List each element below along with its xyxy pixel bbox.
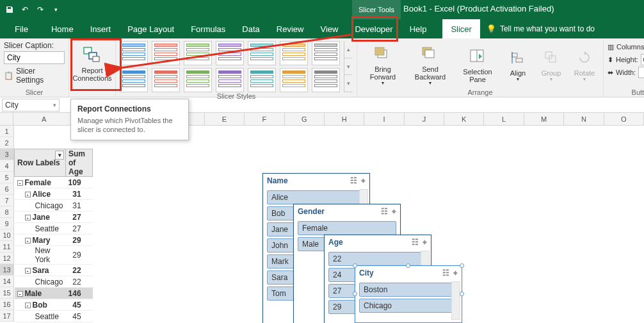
tell-me[interactable]: 💡 Tell me what you want to do <box>487 24 595 33</box>
selection-pane-button[interactable]: Selection Pane <box>456 42 499 87</box>
redo-icon[interactable]: ↷ <box>36 5 45 14</box>
height-input[interactable] <box>641 54 644 65</box>
slicer-style-thumb[interactable] <box>312 68 340 92</box>
tab-slicer[interactable]: Slicer <box>442 19 480 38</box>
row-header-10[interactable]: 10 <box>0 229 13 241</box>
clear-filter-icon[interactable]: ⌖ <box>361 176 366 185</box>
slicer-style-thumb[interactable] <box>120 68 148 92</box>
table-row[interactable]: New York29 <box>15 246 93 265</box>
slicer-item[interactable]: Boston <box>359 283 458 297</box>
resize-handle[interactable] <box>353 292 357 296</box>
slicer-style-thumb[interactable] <box>120 41 148 65</box>
table-row[interactable]: -Female109 <box>15 177 93 188</box>
row-header-7[interactable]: 7 <box>0 195 13 206</box>
align-button[interactable]: Align▾ <box>503 42 533 87</box>
slicer-style-thumb[interactable] <box>280 41 308 65</box>
col-header-E[interactable]: E <box>205 113 245 125</box>
slicer-style-thumb[interactable] <box>184 41 212 65</box>
row-header-15[interactable]: 15 <box>0 287 13 299</box>
resize-handle[interactable] <box>460 263 464 268</box>
table-row[interactable]: Seattle45 <box>15 311 93 322</box>
row-header-4[interactable]: 4 <box>0 160 13 172</box>
row-header-2[interactable]: 2 <box>0 137 13 149</box>
tab-home[interactable]: Home <box>43 19 82 38</box>
qat-more-icon[interactable]: ▾ <box>51 5 60 14</box>
tab-data[interactable]: Data <box>234 19 268 38</box>
resize-handle[interactable] <box>406 263 410 268</box>
row-header-17[interactable]: 17 <box>0 310 13 322</box>
tab-view[interactable]: View <box>312 19 346 38</box>
table-row[interactable]: -Bob45 <box>15 299 93 311</box>
slicer-style-thumb[interactable] <box>184 68 212 92</box>
width-input[interactable] <box>638 67 644 78</box>
filter-dropdown-icon[interactable]: ▾ <box>55 151 64 160</box>
resize-handle[interactable] <box>460 292 464 296</box>
slicer-style-thumb[interactable] <box>248 68 276 92</box>
slicer-style-thumb[interactable] <box>152 68 180 92</box>
col-header-G[interactable]: G <box>285 113 325 125</box>
select-all-corner[interactable] <box>0 113 13 125</box>
resize-handle[interactable] <box>353 263 357 268</box>
table-row[interactable]: -Alice31 <box>15 188 93 200</box>
slicer-style-thumb[interactable] <box>216 41 244 65</box>
table-row[interactable]: -Male146 <box>15 288 93 299</box>
table-row[interactable]: Seattle27 <box>15 223 93 235</box>
table-row[interactable]: -Mary29 <box>15 235 93 246</box>
slicer-city[interactable]: City☷⌖ BostonChicago <box>355 265 462 323</box>
styles-scroll[interactable]: ▴▾▾ <box>344 41 353 92</box>
tab-review[interactable]: Review <box>268 19 312 38</box>
multiselect-icon[interactable]: ☷ <box>381 207 388 216</box>
tab-file[interactable]: File <box>6 19 36 38</box>
multiselect-icon[interactable]: ☷ <box>350 176 357 185</box>
tab-help[interactable]: Help <box>401 19 435 38</box>
col-header-A[interactable]: A <box>13 113 75 125</box>
row-header-8[interactable]: 8 <box>0 206 13 218</box>
send-backward-button[interactable]: Send Backward▾ <box>408 42 452 87</box>
col-header-I[interactable]: I <box>364 113 404 125</box>
slicer-style-thumb[interactable] <box>280 68 308 92</box>
clear-filter-icon[interactable]: ⌖ <box>392 207 396 216</box>
col-header-N[interactable]: N <box>564 113 604 125</box>
row-header-1[interactable]: 1 <box>0 126 13 137</box>
slicer-style-thumb[interactable] <box>312 41 340 65</box>
table-row[interactable]: Chicago31 <box>15 200 93 211</box>
row-header-14[interactable]: 14 <box>0 276 13 287</box>
tab-page-layout[interactable]: Page Layout <box>119 19 182 38</box>
name-box[interactable]: City▾ <box>2 99 60 112</box>
col-header-L[interactable]: L <box>484 113 524 125</box>
table-row[interactable]: -Jane27 <box>15 211 93 223</box>
row-header-11[interactable]: 11 <box>0 241 13 253</box>
col-header-F[interactable]: F <box>245 113 284 125</box>
table-row[interactable]: -Sara22 <box>15 265 93 276</box>
tab-developer[interactable]: Developer <box>346 19 401 38</box>
row-header-12[interactable]: 12 <box>0 253 13 264</box>
col-header-M[interactable]: M <box>524 113 564 125</box>
row-header-5[interactable]: 5 <box>0 172 13 183</box>
undo-icon[interactable]: ↶ <box>20 5 29 14</box>
table-row[interactable]: Chicago22 <box>15 276 93 288</box>
report-connections-button[interactable]: Report Connections <box>70 41 114 86</box>
slicer-caption-input[interactable] <box>4 51 65 64</box>
multiselect-icon[interactable]: ☷ <box>442 269 449 277</box>
slicer-style-thumb[interactable] <box>152 41 180 65</box>
multiselect-icon[interactable]: ☷ <box>412 238 419 247</box>
save-icon[interactable] <box>5 5 14 14</box>
row-header-9[interactable]: 9 <box>0 218 13 229</box>
slicer-item[interactable]: Female <box>298 221 396 235</box>
slicer-item[interactable]: 22 <box>328 252 427 266</box>
row-header-3[interactable]: 3 <box>0 149 13 160</box>
tab-insert[interactable]: Insert <box>82 19 120 38</box>
tab-formulas[interactable]: Formulas <box>182 19 234 38</box>
col-header-O[interactable]: O <box>604 113 644 125</box>
slicer-settings-button[interactable]: 📋 Slicer Settings <box>4 67 65 85</box>
bring-forward-button[interactable]: Bring Forward▾ <box>361 42 405 87</box>
clear-filter-icon[interactable]: ⌖ <box>453 269 458 277</box>
clear-filter-icon[interactable]: ⌖ <box>423 238 427 247</box>
col-header-J[interactable]: J <box>405 113 444 125</box>
slicer-item[interactable]: Alice <box>267 190 366 204</box>
col-header-H[interactable]: H <box>325 113 364 125</box>
row-header-16[interactable]: 16 <box>0 299 13 310</box>
slicer-item[interactable]: Chicago <box>359 299 458 313</box>
row-header-6[interactable]: 6 <box>0 183 13 195</box>
col-header-K[interactable]: K <box>444 113 484 125</box>
